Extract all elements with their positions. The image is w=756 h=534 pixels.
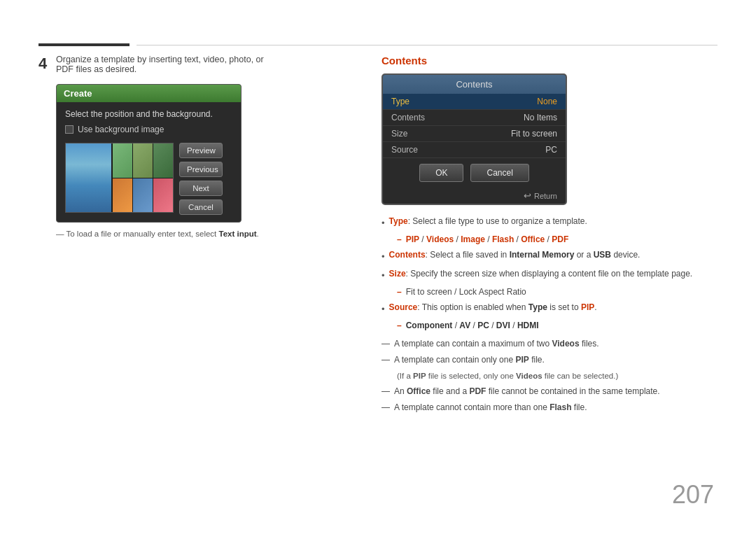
dialog-content-area: Preview Previous Next Cancel [65,143,232,215]
preview-button[interactable]: Preview [179,143,223,158]
dash-source: – [397,319,402,333]
dash-text-3: (If a PIP file is selected, only one Vid… [397,370,618,383]
bullet-dot-2: • [382,249,385,264]
create-subtitle: Select the position and the background. [65,109,232,119]
type-value: None [537,97,557,106]
photo-small-grid [113,143,173,212]
note-prefix: ― [56,230,66,238]
right-section: Contents Contents Type None Contents No … [382,55,724,416]
cancel-button[interactable]: Cancel [179,199,223,215]
return-label: Return [534,192,557,200]
top-bar-accent [38,43,130,46]
dash-item-4: ― An Office file and a PDF file cannot b… [382,385,724,399]
contents-dialog-header: Contents [383,75,566,94]
dash-item-5: ― A template cannot contain more than on… [382,401,724,415]
checkbox-row: Use background image [65,125,232,134]
create-dialog-body: Select the position and the background. … [57,102,241,222]
photo-cell-1 [113,143,132,178]
bullet-type: • Type: Select a file type to use to org… [382,215,724,230]
em-dash-2: ― [382,353,390,367]
dash-text-5: A template cannot contain more than one … [394,401,587,415]
photo-large [66,143,111,213]
dash-text-1: A template can contain a maximum of two … [394,337,599,351]
background-image-checkbox[interactable] [65,125,74,134]
contents-dialog-footer: OK Cancel [383,158,566,188]
dash-item-1: ― A template can contain a maximum of tw… [382,337,724,351]
ok-button[interactable]: OK [419,164,463,182]
type-sub-text: PIP / Videos / Image / Flash / Office / … [406,233,569,247]
contents-section-title: Contents [382,55,724,66]
size-sub-indent: – Fit to screen / Lock Aspect Ratio [397,286,724,300]
dialog-buttons: Preview Previous Next Cancel [179,143,223,215]
bullet-contents-text: Contents: Select a file saved in Interna… [389,248,640,264]
photo-cell-4 [113,178,132,213]
photo-cell-2 [133,143,153,178]
create-dialog: Create Select the position and the backg… [56,84,241,223]
em-dash-5: ― [382,401,390,415]
return-icon: ↩ [524,190,531,201]
next-button[interactable]: Next [179,181,223,196]
return-row: ↩ Return [383,188,566,204]
dash-type: – [397,233,402,247]
image-preview-area [65,143,174,213]
bullet-dot-3: • [382,268,385,283]
bullet-list: • Type: Select a file type to use to org… [382,215,724,333]
note-link[interactable]: Text input [218,230,256,238]
dash-item-3: (If a PIP file is selected, only one Vid… [397,370,724,383]
dash-item-2: ― A template can contain only one PIP fi… [382,353,724,367]
step-number: 4 [38,55,47,73]
bullet-dot-4: • [382,302,385,316]
source-sub-text: Component / AV / PC / DVI / HDMI [406,319,539,333]
dash-text-4: An Office file and a PDF file cannot be … [394,385,660,399]
contents-row-type: Type None [383,94,566,110]
checkbox-label: Use background image [78,125,164,134]
photo-cell-6 [153,178,173,213]
photo-cell-3 [153,143,173,178]
size-value: Fit to screen [511,129,557,139]
create-dialog-header: Create [57,85,241,102]
type-label: Type [391,97,410,106]
note-text: ― To load a file or manually enter text,… [56,230,280,238]
create-dialog-title: Create [64,88,92,99]
source-value: PC [545,145,557,155]
bullet-dot-1: • [382,216,385,230]
dash-list: ― A template can contain a maximum of tw… [382,337,724,414]
em-dash-4: ― [382,385,390,399]
contents-row-contents: Contents No Items [383,110,566,126]
photo-cell-5 [133,178,153,213]
source-sub-indent: – Component / AV / PC / DVI / HDMI [397,319,724,333]
top-bar [38,43,718,46]
bullet-source-text: Source: This option is enabled when Type… [389,301,597,316]
em-dash-1: ― [382,337,390,351]
bullet-type-text: Type: Select a file type to use to organ… [389,215,587,230]
contents-row-size: Size Fit to screen [383,126,566,142]
note-body: To load a file or manually enter text, s… [66,230,219,238]
size-sub-text: Fit to screen / Lock Aspect Ratio [406,286,526,300]
top-bar-line [136,45,718,45]
page-number: 207 [672,480,714,510]
bullet-size-text: Size: Specify the screen size when displ… [389,267,693,283]
bullet-contents: • Contents: Select a file saved in Inter… [382,248,724,264]
bullet-source: • Source: This option is enabled when Ty… [382,301,724,316]
contents-row-source: Source PC [383,142,566,158]
size-label: Size [391,129,407,139]
type-sub-indent: – PIP / Videos / Image / Flash / Office … [397,233,724,247]
left-section: Organize a template by inserting text, v… [56,55,280,238]
contents-value: No Items [524,113,557,122]
source-label: Source [391,145,418,155]
previous-button[interactable]: Previous [179,162,223,177]
contents-cancel-button[interactable]: Cancel [470,164,528,182]
dash-text-2: A template can contain only one PIP file… [394,353,545,367]
dash-size: – [397,286,402,300]
bullet-size: • Size: Specify the screen size when dis… [382,267,724,283]
step-description: Organize a template by inserting text, v… [56,55,280,74]
contents-label: Contents [391,113,425,122]
contents-dialog: Contents Type None Contents No Items Siz… [382,73,567,205]
